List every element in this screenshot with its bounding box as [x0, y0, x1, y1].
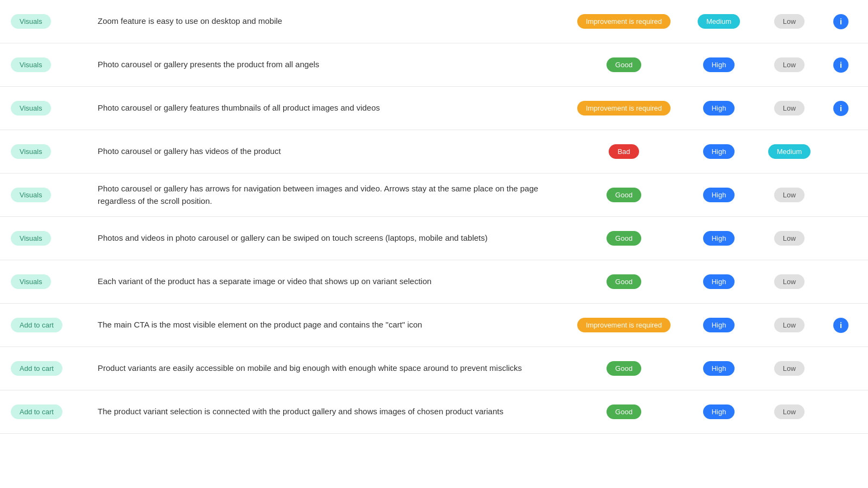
effort-badge: Low — [774, 361, 805, 376]
info-icon[interactable]: i — [833, 14, 848, 29]
effort-badge: Low — [774, 57, 805, 72]
status-badge: Improvement is required — [577, 101, 671, 115]
category-cell: Visuals — [11, 14, 98, 29]
priority-cell: High — [684, 274, 754, 289]
status-badge: Good — [607, 404, 641, 419]
category-badge: Visuals — [11, 188, 51, 202]
status-cell: Good — [564, 361, 684, 376]
description-cell: Photos and videos in photo carousel or g… — [98, 232, 564, 245]
description-cell: Photo carousel or gallery has videos of … — [98, 145, 564, 158]
status-cell: Bad — [564, 144, 684, 159]
status-badge: Improvement is required — [577, 14, 671, 29]
description-cell: Product variants are easily accessible o… — [98, 362, 564, 375]
category-cell: Add to cart — [11, 404, 98, 419]
category-cell: Visuals — [11, 231, 98, 246]
table-row: VisualsZoom feature is easy to use on de… — [0, 0, 868, 43]
priority-cell: High — [684, 361, 754, 376]
category-cell: Visuals — [11, 144, 98, 159]
effort-badge: Low — [774, 14, 805, 29]
priority-badge: High — [703, 361, 735, 376]
priority-cell: High — [684, 101, 754, 115]
table-row: Add to cartThe product variant selection… — [0, 390, 868, 434]
priority-badge: High — [703, 231, 735, 246]
status-badge: Good — [607, 361, 641, 376]
status-badge: Good — [607, 188, 641, 202]
description-cell: The product variant selection is connect… — [98, 406, 564, 418]
status-cell: Improvement is required — [564, 318, 684, 332]
table-row: VisualsPhoto carousel or gallery has vid… — [0, 130, 868, 174]
priority-cell: High — [684, 57, 754, 72]
status-cell: Improvement is required — [564, 101, 684, 115]
category-badge: Add to cart — [11, 404, 62, 419]
priority-cell: Medium — [684, 14, 754, 29]
table-row: VisualsPhotos and videos in photo carous… — [0, 217, 868, 260]
info-cell: i — [825, 57, 857, 73]
info-cell: i — [825, 101, 857, 116]
description-cell: The main CTA is the most visible element… — [98, 319, 564, 331]
status-cell: Improvement is required — [564, 14, 684, 29]
status-badge: Good — [607, 231, 641, 246]
effort-cell: Low — [754, 404, 825, 419]
priority-badge: High — [703, 274, 735, 289]
effort-badge: Low — [774, 231, 805, 246]
priority-badge: High — [703, 144, 735, 159]
status-cell: Good — [564, 57, 684, 72]
category-badge: Add to cart — [11, 361, 62, 376]
effort-cell: Low — [754, 274, 825, 289]
priority-badge: High — [703, 101, 735, 115]
effort-badge: Low — [774, 101, 805, 115]
effort-cell: Low — [754, 14, 825, 29]
category-badge: Visuals — [11, 144, 51, 159]
effort-badge: Low — [774, 318, 805, 332]
effort-badge: Low — [774, 404, 805, 419]
status-cell: Good — [564, 404, 684, 419]
priority-badge: High — [703, 404, 735, 419]
effort-cell: Low — [754, 361, 825, 376]
table-row: VisualsEach variant of the product has a… — [0, 260, 868, 304]
effort-badge: Medium — [768, 144, 810, 159]
description-cell: Each variant of the product has a separa… — [98, 275, 564, 288]
priority-cell: High — [684, 231, 754, 246]
table-row: Add to cartThe main CTA is the most visi… — [0, 304, 868, 347]
category-cell: Add to cart — [11, 361, 98, 376]
effort-cell: Low — [754, 101, 825, 115]
status-cell: Good — [564, 274, 684, 289]
info-icon[interactable]: i — [833, 318, 848, 333]
effort-cell: Low — [754, 188, 825, 202]
effort-badge: Low — [774, 274, 805, 289]
effort-cell: Low — [754, 318, 825, 332]
category-cell: Visuals — [11, 101, 98, 115]
priority-badge: High — [703, 318, 735, 332]
priority-badge: High — [703, 188, 735, 202]
description-cell: Photo carousel or gallery features thumb… — [98, 102, 564, 114]
info-cell: i — [825, 318, 857, 333]
description-cell: Photo carousel or gallery presents the p… — [98, 59, 564, 71]
category-cell: Visuals — [11, 57, 98, 72]
category-badge: Visuals — [11, 14, 51, 29]
priority-cell: High — [684, 144, 754, 159]
effort-cell: Low — [754, 231, 825, 246]
status-badge: Good — [607, 57, 641, 72]
status-badge: Improvement is required — [577, 318, 671, 332]
info-icon[interactable]: i — [833, 101, 848, 116]
category-badge: Visuals — [11, 101, 51, 115]
category-cell: Visuals — [11, 188, 98, 202]
table-row: Add to cartProduct variants are easily a… — [0, 347, 868, 390]
priority-cell: High — [684, 318, 754, 332]
table-row: VisualsPhoto carousel or gallery feature… — [0, 87, 868, 130]
status-badge: Bad — [609, 144, 639, 159]
main-table: VisualsZoom feature is easy to use on de… — [0, 0, 868, 488]
info-icon[interactable]: i — [833, 57, 848, 73]
status-cell: Good — [564, 231, 684, 246]
effort-cell: Low — [754, 57, 825, 72]
priority-cell: High — [684, 188, 754, 202]
effort-badge: Low — [774, 188, 805, 202]
priority-badge: High — [703, 57, 735, 72]
priority-cell: High — [684, 404, 754, 419]
priority-badge: Medium — [698, 14, 740, 29]
category-badge: Add to cart — [11, 318, 62, 332]
category-badge: Visuals — [11, 274, 51, 289]
category-badge: Visuals — [11, 57, 51, 72]
status-badge: Good — [607, 274, 641, 289]
effort-cell: Medium — [754, 144, 825, 159]
